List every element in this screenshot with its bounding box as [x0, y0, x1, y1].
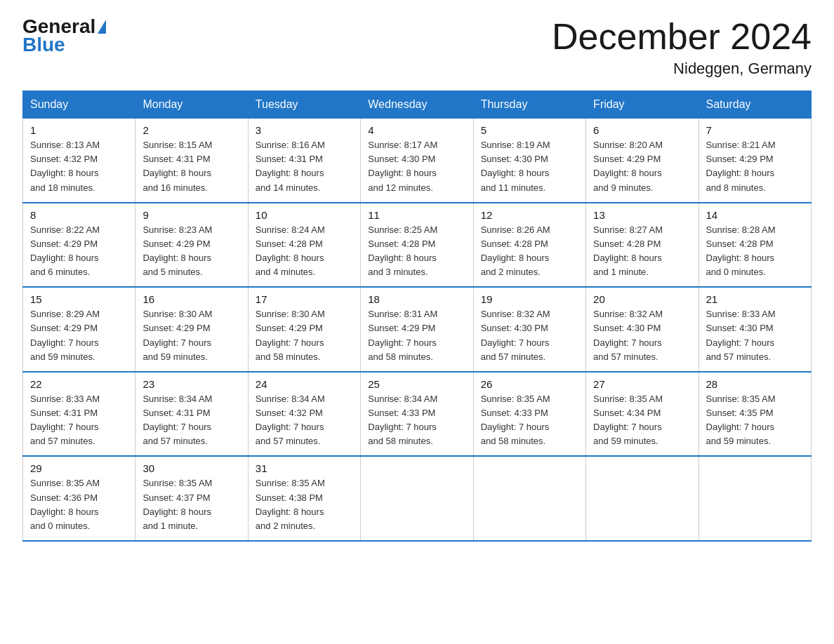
calendar-day-cell: 1Sunrise: 8:13 AMSunset: 4:32 PMDaylight…: [23, 119, 135, 203]
day-info: Sunrise: 8:24 AMSunset: 4:28 PMDaylight:…: [256, 223, 353, 280]
page-header: General Blue December 2024 Nideggen, Ger…: [22, 17, 812, 78]
calendar-week-row: 15Sunrise: 8:29 AMSunset: 4:29 PMDayligh…: [23, 287, 812, 372]
calendar-day-cell: 11Sunrise: 8:25 AMSunset: 4:28 PMDayligh…: [361, 203, 473, 288]
calendar-day-cell: [699, 456, 811, 541]
day-number: 5: [481, 124, 578, 136]
day-number: 7: [706, 124, 804, 136]
day-number: 20: [593, 293, 691, 305]
calendar-day-cell: 6Sunrise: 8:20 AMSunset: 4:29 PMDaylight…: [586, 119, 699, 203]
weekday-header-monday: Monday: [135, 91, 248, 119]
calendar-day-cell: 9Sunrise: 8:23 AMSunset: 4:29 PMDaylight…: [135, 203, 248, 288]
day-info: Sunrise: 8:23 AMSunset: 4:29 PMDaylight:…: [143, 223, 240, 280]
day-number: 26: [481, 378, 578, 390]
day-info: Sunrise: 8:35 AMSunset: 4:38 PMDaylight:…: [256, 476, 353, 533]
day-info: Sunrise: 8:32 AMSunset: 4:30 PMDaylight:…: [593, 307, 691, 364]
calendar-table: SundayMondayTuesdayWednesdayThursdayFrid…: [22, 90, 812, 542]
calendar-day-cell: 2Sunrise: 8:15 AMSunset: 4:31 PMDaylight…: [135, 119, 248, 203]
day-info: Sunrise: 8:35 AMSunset: 4:33 PMDaylight:…: [481, 392, 578, 449]
day-number: 8: [30, 209, 128, 221]
calendar-day-cell: [586, 456, 699, 541]
day-info: Sunrise: 8:33 AMSunset: 4:30 PMDaylight:…: [706, 307, 804, 364]
calendar-day-cell: 19Sunrise: 8:32 AMSunset: 4:30 PMDayligh…: [473, 287, 585, 372]
calendar-day-cell: 7Sunrise: 8:21 AMSunset: 4:29 PMDaylight…: [699, 119, 811, 203]
day-number: 2: [143, 124, 240, 136]
calendar-week-row: 22Sunrise: 8:33 AMSunset: 4:31 PMDayligh…: [23, 372, 812, 457]
calendar-day-cell: 24Sunrise: 8:34 AMSunset: 4:32 PMDayligh…: [248, 372, 360, 457]
calendar-header: SundayMondayTuesdayWednesdayThursdayFrid…: [23, 91, 812, 119]
day-number: 9: [143, 209, 240, 221]
day-number: 23: [143, 378, 240, 390]
calendar-week-row: 29Sunrise: 8:35 AMSunset: 4:36 PMDayligh…: [23, 456, 812, 541]
day-info: Sunrise: 8:21 AMSunset: 4:29 PMDaylight:…: [706, 138, 804, 195]
calendar-day-cell: 20Sunrise: 8:32 AMSunset: 4:30 PMDayligh…: [586, 287, 699, 372]
day-info: Sunrise: 8:35 AMSunset: 4:37 PMDaylight:…: [143, 476, 240, 533]
day-info: Sunrise: 8:34 AMSunset: 4:31 PMDaylight:…: [143, 392, 240, 449]
day-number: 18: [368, 293, 465, 305]
calendar-day-cell: 25Sunrise: 8:34 AMSunset: 4:33 PMDayligh…: [361, 372, 473, 457]
day-info: Sunrise: 8:22 AMSunset: 4:29 PMDaylight:…: [30, 223, 128, 280]
calendar-day-cell: 8Sunrise: 8:22 AMSunset: 4:29 PMDaylight…: [23, 203, 135, 288]
day-info: Sunrise: 8:13 AMSunset: 4:32 PMDaylight:…: [30, 138, 128, 195]
day-number: 21: [706, 293, 804, 305]
calendar-day-cell: 15Sunrise: 8:29 AMSunset: 4:29 PMDayligh…: [23, 287, 135, 372]
day-info: Sunrise: 8:28 AMSunset: 4:28 PMDaylight:…: [706, 223, 804, 280]
calendar-day-cell: 27Sunrise: 8:35 AMSunset: 4:34 PMDayligh…: [586, 372, 699, 457]
calendar-day-cell: 28Sunrise: 8:35 AMSunset: 4:35 PMDayligh…: [699, 372, 811, 457]
day-info: Sunrise: 8:25 AMSunset: 4:28 PMDaylight:…: [368, 223, 465, 280]
weekday-header-thursday: Thursday: [473, 91, 585, 119]
day-number: 12: [481, 209, 578, 221]
calendar-day-cell: 18Sunrise: 8:31 AMSunset: 4:29 PMDayligh…: [361, 287, 473, 372]
calendar-day-cell: 17Sunrise: 8:30 AMSunset: 4:29 PMDayligh…: [248, 287, 360, 372]
weekday-header-saturday: Saturday: [699, 91, 811, 119]
calendar-subtitle: Nideggen, Germany: [552, 60, 812, 78]
calendar-body: 1Sunrise: 8:13 AMSunset: 4:32 PMDaylight…: [23, 119, 812, 541]
day-number: 17: [256, 293, 353, 305]
day-number: 29: [30, 462, 128, 474]
day-info: Sunrise: 8:27 AMSunset: 4:28 PMDaylight:…: [593, 223, 691, 280]
logo: General Blue: [22, 17, 106, 55]
day-number: 13: [593, 209, 691, 221]
day-info: Sunrise: 8:30 AMSunset: 4:29 PMDaylight:…: [256, 307, 353, 364]
weekday-header-wednesday: Wednesday: [361, 91, 473, 119]
calendar-day-cell: 23Sunrise: 8:34 AMSunset: 4:31 PMDayligh…: [135, 372, 248, 457]
day-number: 4: [368, 124, 465, 136]
day-number: 27: [593, 378, 691, 390]
day-info: Sunrise: 8:31 AMSunset: 4:29 PMDaylight:…: [368, 307, 465, 364]
calendar-day-cell: 29Sunrise: 8:35 AMSunset: 4:36 PMDayligh…: [23, 456, 135, 541]
logo-blue: Blue: [22, 35, 65, 55]
calendar-day-cell: [473, 456, 585, 541]
calendar-day-cell: 22Sunrise: 8:33 AMSunset: 4:31 PMDayligh…: [23, 372, 135, 457]
title-block: December 2024 Nideggen, Germany: [552, 17, 812, 78]
logo-triangle-icon: [98, 20, 106, 34]
day-number: 25: [368, 378, 465, 390]
day-info: Sunrise: 8:19 AMSunset: 4:30 PMDaylight:…: [481, 138, 578, 195]
day-info: Sunrise: 8:17 AMSunset: 4:30 PMDaylight:…: [368, 138, 465, 195]
calendar-day-cell: 3Sunrise: 8:16 AMSunset: 4:31 PMDaylight…: [248, 119, 360, 203]
day-number: 3: [256, 124, 353, 136]
day-number: 10: [256, 209, 353, 221]
calendar-day-cell: 21Sunrise: 8:33 AMSunset: 4:30 PMDayligh…: [699, 287, 811, 372]
day-info: Sunrise: 8:35 AMSunset: 4:34 PMDaylight:…: [593, 392, 691, 449]
day-number: 15: [30, 293, 128, 305]
day-number: 6: [593, 124, 691, 136]
day-number: 16: [143, 293, 240, 305]
day-number: 30: [143, 462, 240, 474]
day-number: 1: [30, 124, 128, 136]
day-number: 22: [30, 378, 128, 390]
day-info: Sunrise: 8:35 AMSunset: 4:36 PMDaylight:…: [30, 476, 128, 533]
calendar-day-cell: 26Sunrise: 8:35 AMSunset: 4:33 PMDayligh…: [473, 372, 585, 457]
day-info: Sunrise: 8:34 AMSunset: 4:33 PMDaylight:…: [368, 392, 465, 449]
calendar-day-cell: 10Sunrise: 8:24 AMSunset: 4:28 PMDayligh…: [248, 203, 360, 288]
day-info: Sunrise: 8:35 AMSunset: 4:35 PMDaylight:…: [706, 392, 804, 449]
day-info: Sunrise: 8:15 AMSunset: 4:31 PMDaylight:…: [143, 138, 240, 195]
calendar-day-cell: 16Sunrise: 8:30 AMSunset: 4:29 PMDayligh…: [135, 287, 248, 372]
day-number: 11: [368, 209, 465, 221]
calendar-day-cell: 12Sunrise: 8:26 AMSunset: 4:28 PMDayligh…: [473, 203, 585, 288]
calendar-day-cell: 30Sunrise: 8:35 AMSunset: 4:37 PMDayligh…: [135, 456, 248, 541]
calendar-day-cell: 31Sunrise: 8:35 AMSunset: 4:38 PMDayligh…: [248, 456, 360, 541]
day-number: 31: [256, 462, 353, 474]
day-info: Sunrise: 8:26 AMSunset: 4:28 PMDaylight:…: [481, 223, 578, 280]
day-info: Sunrise: 8:30 AMSunset: 4:29 PMDaylight:…: [143, 307, 240, 364]
day-info: Sunrise: 8:32 AMSunset: 4:30 PMDaylight:…: [481, 307, 578, 364]
day-info: Sunrise: 8:20 AMSunset: 4:29 PMDaylight:…: [593, 138, 691, 195]
